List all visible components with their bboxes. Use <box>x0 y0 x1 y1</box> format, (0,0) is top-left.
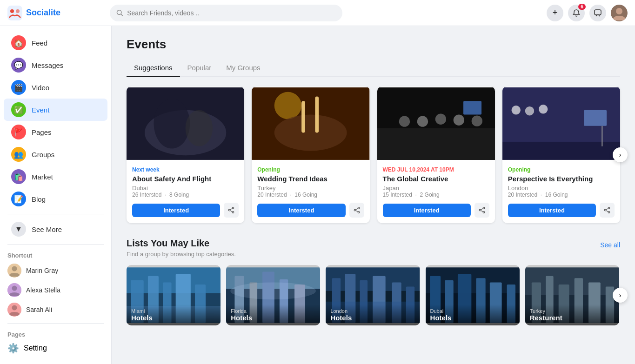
sidebar-item-blog[interactable]: 📝 Blog <box>4 188 107 210</box>
app-logo[interactable]: Socialite <box>7 6 110 20</box>
sidebar-item-event[interactable]: ✅ Event <box>4 99 107 121</box>
lists-row: Miami Hotels Florida Hotels London Hotel… <box>127 265 620 325</box>
list-card[interactable]: Miami Hotels <box>127 265 221 325</box>
svg-point-53 <box>608 212 610 213</box>
list-city: Turkey <box>530 308 615 314</box>
search-input[interactable] <box>127 9 336 17</box>
tab-my-groups[interactable]: My Groups <box>219 59 267 77</box>
lists-title: Lists You May Like <box>127 238 209 249</box>
svg-point-2 <box>16 9 20 13</box>
share-icon <box>228 207 234 213</box>
shortcut-item[interactable]: Alexa Stella <box>0 280 111 300</box>
svg-point-24 <box>274 115 347 151</box>
svg-point-6 <box>616 8 622 14</box>
event-tag: Opening <box>508 166 615 173</box>
sidebar-label-market: Market <box>32 173 53 181</box>
svg-line-44 <box>481 211 483 212</box>
sidebar-divider-2 <box>7 244 104 245</box>
event-body: Opening Perspective Is Everything London… <box>502 161 620 223</box>
list-city: Florida <box>231 308 315 314</box>
svg-point-16 <box>186 110 213 146</box>
svg-rect-0 <box>7 6 22 20</box>
svg-line-21 <box>230 211 232 212</box>
tab-suggestions[interactable]: Suggestions <box>127 59 180 77</box>
svg-point-8 <box>12 266 17 271</box>
notifications-button[interactable]: 6 <box>568 5 585 21</box>
search-icon <box>116 9 123 17</box>
list-card[interactable]: London Hotels <box>326 265 420 325</box>
list-city: Miami <box>131 308 216 314</box>
search-bar[interactable] <box>110 5 342 21</box>
interested-button[interactable]: Intersted <box>508 204 596 217</box>
list-card[interactable]: Dubai Hotels <box>426 265 520 325</box>
see-all-button[interactable]: See all <box>600 241 620 249</box>
chat-button[interactable] <box>589 5 606 21</box>
event-title: Wedding Trend Ideas <box>257 175 364 183</box>
share-button[interactable] <box>224 203 239 218</box>
svg-rect-4 <box>595 10 601 15</box>
sidebar-label-blog: Blog <box>32 195 46 203</box>
interested-button[interactable]: Intersted <box>257 204 345 217</box>
svg-point-10 <box>12 286 17 291</box>
event-body: Opening Wedding Trend Ideas Turkey 20 In… <box>252 161 369 223</box>
event-location: Turkey <box>257 185 364 192</box>
svg-rect-33 <box>377 128 495 160</box>
groups-icon: 👥 <box>11 147 26 162</box>
svg-point-38 <box>471 115 482 126</box>
shortcut-item[interactable]: Marin Gray <box>0 261 111 280</box>
shortcut-item[interactable]: Sarah Ali <box>0 300 111 319</box>
svg-point-34 <box>399 116 409 126</box>
sidebar-label-feed: Feed <box>32 39 47 47</box>
sidebar-item-market[interactable]: 🛍️ Market <box>4 165 107 188</box>
sidebar-label-event: Event <box>32 106 49 114</box>
bell-icon <box>572 9 581 17</box>
list-card[interactable]: Turkey Resturent <box>525 265 619 325</box>
sidebar-item-video[interactable]: 🎬 Video <box>4 76 107 99</box>
event-title: The Global Creative <box>383 175 489 183</box>
event-card: Opening Wedding Trend Ideas Turkey 20 In… <box>252 86 369 223</box>
svg-point-18 <box>232 212 234 213</box>
shortcut-avatar <box>7 283 21 297</box>
list-card-overlay: London Hotels <box>326 304 420 325</box>
svg-rect-50 <box>584 110 607 126</box>
shortcut-section-label: Shortcut <box>0 248 111 261</box>
app-name: Socialite <box>26 8 60 18</box>
tab-popular[interactable]: Popular <box>180 59 219 77</box>
sidebar-item-feed[interactable]: 🏠 Feed <box>4 32 107 54</box>
share-button[interactable] <box>349 203 364 218</box>
sidebar-label-pages: Pages <box>32 128 52 136</box>
notification-badge: 6 <box>578 4 586 10</box>
event-actions: Intersted <box>508 203 615 218</box>
sidebar-item-pages[interactable]: 🚩 Pages <box>4 121 107 143</box>
share-button[interactable] <box>475 203 489 218</box>
user-avatar[interactable] <box>611 5 628 21</box>
sidebar-label-video: Video <box>32 84 49 92</box>
setting-item[interactable]: ⚙️ Setting <box>0 340 111 357</box>
sidebar-label-messages: Messages <box>32 61 63 69</box>
list-city: Dubai <box>430 308 515 314</box>
carousel-next-arrow[interactable]: › <box>613 147 628 162</box>
see-more-item[interactable]: ▼ See More <box>4 218 107 240</box>
list-card[interactable]: Florida Hotels <box>226 265 320 325</box>
lists-carousel-arrow[interactable]: › <box>613 288 628 303</box>
lists-section-header: Lists You May Like See all <box>127 238 620 249</box>
interested-button[interactable]: Intersted <box>132 204 220 217</box>
event-location: London <box>508 185 615 192</box>
svg-point-27 <box>358 207 360 209</box>
sidebar-item-groups[interactable]: 👥 Groups <box>4 143 107 165</box>
share-button[interactable] <box>600 203 615 218</box>
svg-rect-39 <box>463 101 481 114</box>
list-label: Hotels <box>231 314 315 322</box>
sidebar-item-messages[interactable]: 💬 Messages <box>4 54 107 76</box>
svg-point-41 <box>483 212 485 213</box>
event-location: Dubai <box>132 185 239 192</box>
list-card-overlay: Miami Hotels <box>127 304 221 325</box>
events-row: Next week About Safety And Flight Dubai … <box>127 86 620 223</box>
svg-point-42 <box>479 209 481 211</box>
list-card-overlay: Turkey Resturent <box>525 304 619 325</box>
interested-button[interactable]: Intersted <box>383 204 471 217</box>
add-button[interactable]: + <box>547 5 563 21</box>
event-tag: WED JUL 10,2024 AT 10PM <box>383 166 489 173</box>
svg-point-37 <box>453 115 464 126</box>
event-image <box>377 86 495 161</box>
